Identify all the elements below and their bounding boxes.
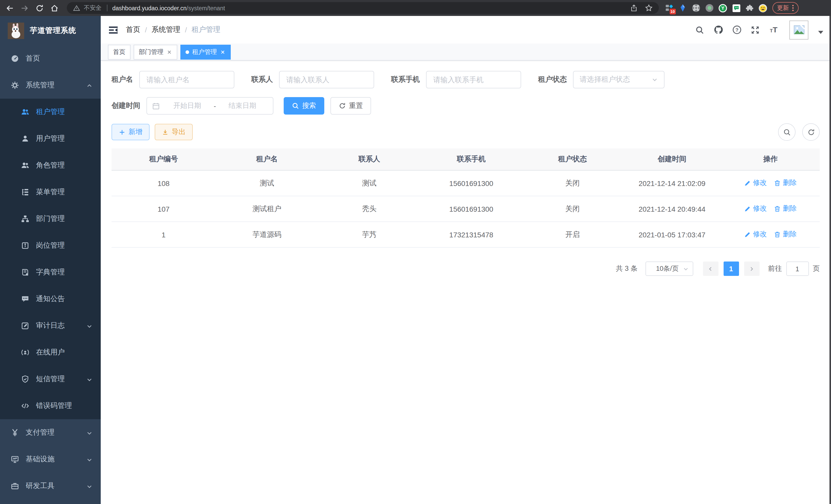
hamburger-icon[interactable] bbox=[109, 25, 118, 34]
refresh-table-button[interactable] bbox=[802, 123, 820, 141]
download-icon bbox=[162, 129, 169, 136]
edit-button[interactable]: 修改 bbox=[744, 179, 767, 188]
avatar[interactable] bbox=[790, 20, 808, 39]
share-icon[interactable] bbox=[630, 4, 638, 12]
cell-created: 2021-12-14 20:49:44 bbox=[623, 196, 721, 222]
delete-button[interactable]: 删除 bbox=[774, 179, 797, 188]
reset-button[interactable]: 重置 bbox=[331, 97, 371, 115]
contact-input[interactable] bbox=[279, 71, 374, 88]
chevron-down-icon bbox=[683, 266, 688, 271]
toggle-search-button[interactable] bbox=[778, 123, 796, 141]
trash-icon bbox=[774, 206, 781, 212]
sidebar-item-post[interactable]: 岗位管理 bbox=[0, 232, 101, 259]
extensions-puzzle-icon[interactable] bbox=[745, 4, 754, 12]
sidebar-item-error-code[interactable]: 错误码管理 bbox=[0, 392, 101, 419]
sidebar-item-payment[interactable]: 支付管理 bbox=[0, 419, 101, 446]
home-icon[interactable] bbox=[50, 3, 59, 12]
extension-chat-icon[interactable] bbox=[732, 4, 741, 12]
add-button-label: 新增 bbox=[128, 127, 142, 137]
back-icon[interactable] bbox=[5, 3, 15, 12]
edit-button[interactable]: 修改 bbox=[744, 204, 767, 213]
user-icon bbox=[21, 135, 29, 143]
delete-button[interactable]: 删除 bbox=[774, 204, 797, 213]
forward-icon[interactable] bbox=[20, 3, 29, 12]
sidebar-item-notice[interactable]: 通知公告 bbox=[0, 286, 101, 313]
goto-page-input[interactable] bbox=[786, 262, 809, 276]
tab-dept[interactable]: 部门管理 bbox=[134, 45, 177, 59]
cell-name: 芋道源码 bbox=[216, 222, 318, 247]
sidebar-item-system[interactable]: 系统管理 bbox=[0, 72, 101, 99]
reload-icon[interactable] bbox=[35, 3, 44, 12]
page-size-value: 10条/页 bbox=[652, 264, 683, 273]
sidebar-item-infra[interactable]: 基础设施 bbox=[0, 446, 101, 473]
message-icon bbox=[21, 295, 29, 303]
font-size-icon[interactable]: TT bbox=[769, 25, 779, 35]
breadcrumb-separator: / bbox=[145, 26, 147, 34]
sidebar-item-label: 首页 bbox=[26, 54, 40, 63]
sidebar-item-user[interactable]: 用户管理 bbox=[0, 125, 101, 152]
sidebar-item-label: 用户管理 bbox=[36, 134, 65, 143]
dictionary-icon bbox=[21, 268, 29, 276]
extension-tampermonkey-icon[interactable]: 10 bbox=[665, 4, 674, 12]
app-title: 芋道管理系统 bbox=[30, 26, 76, 35]
tab-tenant[interactable]: 租户管理 bbox=[180, 45, 231, 59]
edit-button[interactable]: 修改 bbox=[744, 230, 767, 239]
address-bar[interactable]: 不安全 dashboard.yudao.iocoder.cn/system/te… bbox=[67, 2, 659, 14]
create-time-daterange[interactable]: 开始日期 - 结束日期 bbox=[146, 97, 274, 115]
tenant-name-input[interactable] bbox=[139, 71, 234, 88]
extension-kite-icon[interactable] bbox=[678, 4, 687, 12]
breadcrumb-current: 租户管理 bbox=[192, 25, 221, 34]
refresh-icon bbox=[339, 102, 346, 110]
sidebar-item-label: 基础设施 bbox=[26, 455, 55, 464]
mobile-input[interactable] bbox=[426, 71, 521, 88]
sidebar-item-audit-log[interactable]: 审计日志 bbox=[0, 313, 101, 339]
github-icon[interactable] bbox=[713, 25, 723, 35]
export-button[interactable]: 导出 bbox=[155, 124, 193, 140]
status-select[interactable]: 请选择租户状态 bbox=[573, 71, 664, 88]
sidebar-logo[interactable]: 芋道管理系统 bbox=[0, 16, 101, 45]
sidebar-item-label: 短信管理 bbox=[36, 375, 65, 384]
page-number-current[interactable]: 1 bbox=[723, 262, 739, 276]
sidebar-item-online-users[interactable]: 在线用户 bbox=[0, 339, 101, 366]
breadcrumb-separator: / bbox=[185, 26, 187, 34]
search-button[interactable]: 搜索 bbox=[284, 97, 324, 115]
prev-page-button[interactable] bbox=[703, 262, 718, 276]
close-icon[interactable] bbox=[220, 49, 226, 55]
close-icon[interactable] bbox=[167, 49, 172, 55]
breadcrumb-section[interactable]: 系统管理 bbox=[152, 25, 180, 34]
next-page-button[interactable] bbox=[744, 262, 759, 276]
tenant-name-label: 租户名 bbox=[112, 75, 133, 84]
breadcrumb-home[interactable]: 首页 bbox=[126, 25, 140, 34]
chrome-update-button[interactable]: 更新 bbox=[772, 2, 799, 14]
broken-image-icon bbox=[793, 24, 805, 35]
sidebar-item-label: 岗位管理 bbox=[36, 241, 65, 250]
sidebar-item-tenant[interactable]: 租户管理 bbox=[0, 99, 101, 125]
sidebar-item-dept[interactable]: 部门管理 bbox=[0, 206, 101, 232]
sidebar-item-sms[interactable]: 短信管理 bbox=[0, 366, 101, 392]
role-users-icon bbox=[21, 161, 29, 170]
bookmark-star-icon[interactable] bbox=[645, 4, 653, 12]
svg-text:?: ? bbox=[735, 27, 738, 33]
sidebar-item-menu[interactable]: 菜单管理 bbox=[0, 179, 101, 206]
goto-label: 前往 bbox=[768, 264, 782, 273]
extension-command-icon[interactable] bbox=[692, 4, 700, 12]
sidebar-item-home[interactable]: 首页 bbox=[0, 45, 101, 72]
url-path: /system/tenant bbox=[187, 5, 225, 11]
tab-home[interactable]: 首页 bbox=[108, 45, 131, 59]
sidebar-item-role[interactable]: 角色管理 bbox=[0, 152, 101, 179]
extension-y-icon[interactable]: Y bbox=[718, 4, 727, 12]
add-button[interactable]: 新增 bbox=[112, 124, 149, 140]
page-size-select[interactable]: 10条/页 bbox=[645, 262, 693, 276]
help-icon[interactable]: ? bbox=[732, 25, 742, 35]
search-icon[interactable] bbox=[695, 25, 705, 35]
delete-button[interactable]: 删除 bbox=[774, 230, 797, 239]
sidebar-item-dict[interactable]: 字典管理 bbox=[0, 259, 101, 286]
caret-down-icon[interactable] bbox=[818, 31, 823, 34]
column-header-actions: 操作 bbox=[721, 148, 820, 170]
extension-dot-icon[interactable] bbox=[705, 4, 714, 12]
fullscreen-icon[interactable] bbox=[750, 25, 760, 35]
column-header-status: 租户状态 bbox=[522, 148, 623, 170]
refresh-icon bbox=[807, 128, 815, 136]
profile-avatar-icon[interactable] bbox=[758, 4, 767, 12]
sidebar-item-dev-tools[interactable]: 研发工具 bbox=[0, 473, 101, 499]
